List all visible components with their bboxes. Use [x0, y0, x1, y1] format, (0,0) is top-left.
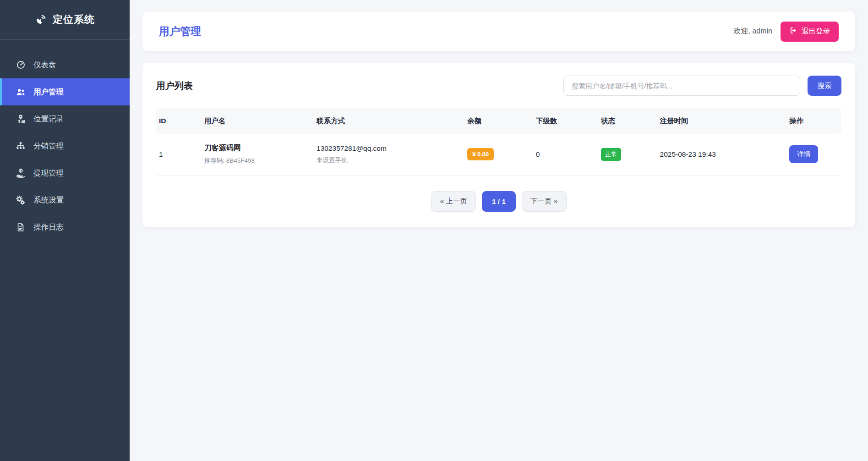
header-right: 欢迎, admin 退出登录: [734, 22, 839, 42]
balance-badge: ¥ 0.00: [467, 148, 494, 160]
detail-button[interactable]: 详情: [789, 145, 818, 163]
next-page-button[interactable]: 下一页 »: [522, 191, 566, 212]
col-header-balance: 余额: [464, 116, 533, 126]
sidebar-item-label: 位置记录: [33, 114, 64, 124]
list-toolbar: 用户列表 搜索: [156, 76, 841, 96]
sidebar-item-logs[interactable]: 操作日志: [0, 214, 130, 241]
referral-code-text: 推荐码: 8B45F498: [204, 157, 314, 165]
sidebar-item-label: 系统设置: [33, 195, 64, 205]
status-badge: 正常: [601, 148, 621, 161]
col-header-id: ID: [156, 117, 202, 125]
pagination: « 上一页 1 / 1 下一页 »: [156, 191, 841, 212]
col-header-subordinates: 下级数: [533, 116, 598, 126]
logout-button[interactable]: 退出登录: [781, 22, 839, 42]
current-page-indicator[interactable]: 1 / 1: [482, 191, 516, 212]
sidebar-item-settings[interactable]: 系统设置: [0, 187, 130, 214]
app-root: 定位系统 仪表盘: [0, 0, 868, 461]
cell-username: 刀客源码网 推荐码: 8B45F498: [202, 143, 314, 165]
col-header-contact: 联系方式: [314, 116, 464, 126]
sidebar-item-withdrawals[interactable]: 提现管理: [0, 159, 130, 187]
table-row: 1 刀客源码网 推荐码: 8B45F498 1302357281@qq.com …: [156, 134, 841, 176]
sidebar-item-dashboard[interactable]: 仪表盘: [0, 51, 130, 78]
search-group: 搜索: [563, 76, 841, 96]
sitemap-icon: [15, 141, 26, 151]
table-header-row: ID 用户名 联系方式 余额 下级数 状态 注册时间 操作: [156, 108, 841, 134]
cell-contact: 1302357281@qq.com 未设置手机: [314, 144, 464, 165]
email-text: 1302357281@qq.com: [317, 144, 464, 153]
log-file-icon: [15, 223, 26, 232]
map-marker-icon: [15, 114, 26, 124]
hand-dollar-icon: [15, 168, 26, 178]
prev-page-button[interactable]: « 上一页: [431, 191, 475, 212]
sidebar-item-label: 分销管理: [33, 141, 64, 151]
username-text: 刀客源码网: [204, 143, 314, 153]
cell-id: 1: [156, 150, 202, 159]
cell-registered: 2025-08-23 19:43: [657, 150, 787, 159]
cell-actions: 详情: [786, 145, 841, 163]
welcome-text: 欢迎, admin: [734, 27, 772, 36]
sidebar-item-label: 仪表盘: [33, 60, 56, 70]
page-header: 用户管理 欢迎, admin 退出登录: [142, 11, 855, 51]
user-list-card: 用户列表 搜索 ID 用户名 联系方式 余额 下级数 状态 注册时间 操作: [142, 63, 855, 227]
users-icon: [15, 87, 26, 97]
col-header-status: 状态: [598, 116, 657, 126]
cell-subordinates: 0: [533, 150, 598, 159]
col-header-registered: 注册时间: [657, 116, 787, 126]
sidebar-item-label: 操作日志: [33, 222, 64, 232]
sidebar: 定位系统 仪表盘: [0, 0, 130, 461]
search-input[interactable]: [563, 76, 800, 96]
col-header-username: 用户名: [202, 116, 314, 126]
main-content: 用户管理 欢迎, admin 退出登录 用户列表: [130, 0, 868, 461]
sidebar-item-label: 用户管理: [33, 87, 64, 97]
sidebar-menu: 仪表盘 用户管理: [0, 40, 130, 241]
phone-text: 未设置手机: [317, 156, 464, 165]
logout-button-label: 退出登录: [802, 27, 830, 36]
sidebar-item-locations[interactable]: 位置记录: [0, 105, 130, 132]
sidebar-item-label: 提现管理: [33, 168, 64, 178]
page-title: 用户管理: [159, 24, 201, 38]
sign-out-icon: [789, 27, 797, 36]
cell-status: 正常: [598, 148, 657, 161]
list-title: 用户列表: [156, 80, 193, 92]
users-table: ID 用户名 联系方式 余额 下级数 状态 注册时间 操作 1 刀客源码网 推荐…: [156, 108, 841, 176]
app-title: 定位系统: [53, 13, 95, 27]
app-logo: 定位系统: [0, 0, 130, 40]
gears-icon: [15, 195, 26, 205]
col-header-actions: 操作: [786, 116, 841, 126]
gauge-icon: [15, 60, 26, 70]
sidebar-item-users[interactable]: 用户管理: [0, 78, 130, 105]
sidebar-item-distribution[interactable]: 分销管理: [0, 132, 130, 159]
satellite-dish-icon: [35, 14, 47, 26]
search-button[interactable]: 搜索: [808, 76, 841, 96]
cell-balance: ¥ 0.00: [464, 148, 533, 160]
